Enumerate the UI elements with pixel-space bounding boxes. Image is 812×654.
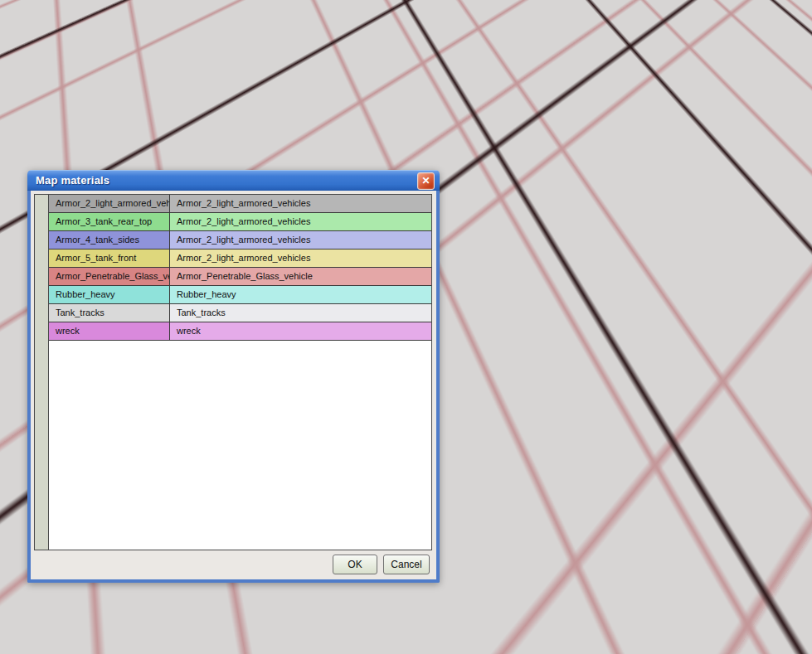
glass-panel: [633, 101, 657, 119]
mapped-material-cell[interactable]: Armor_2_light_armored_vehicles: [170, 195, 431, 212]
map-materials-dialog: Map materials ✕ Armor_2_light_armored_ve…: [27, 170, 440, 583]
close-icon[interactable]: ✕: [417, 172, 435, 190]
mapped-material-cell[interactable]: Armor_Penetrable_Glass_vehicle: [170, 268, 431, 285]
glass-panel: [511, 162, 537, 183]
row-header-gutter: [35, 195, 49, 550]
dialog-body: Armor_2_light_armored_vehi...Armor_2_lig…: [27, 191, 440, 583]
glass-panel: [552, 74, 577, 98]
mapped-material-cell[interactable]: Rubber_heavy: [170, 286, 431, 303]
table-row[interactable]: Armor_4_tank_sidesArmor_2_light_armored_…: [49, 231, 431, 249]
table-row[interactable]: Rubber_heavyRubber_heavy: [49, 286, 431, 304]
glass-panel: [599, 90, 632, 114]
material-name-cell[interactable]: wreck: [49, 322, 170, 340]
table-row[interactable]: wreckwreck: [49, 322, 431, 341]
mapped-material-cell[interactable]: Armor_2_light_armored_vehicles: [170, 249, 431, 267]
dialog-title: Map materials: [27, 174, 109, 187]
mapped-material-cell[interactable]: wreck: [170, 322, 431, 340]
mapped-material-cell[interactable]: Tank_tracks: [170, 304, 431, 322]
button-row: OK Cancel: [333, 555, 430, 574]
table-row[interactable]: Armor_3_tank_rear_topArmor_2_light_armor…: [49, 213, 431, 231]
ok-button[interactable]: OK: [333, 555, 377, 574]
cancel-button[interactable]: Cancel: [383, 555, 430, 574]
table-row[interactable]: Armor_2_light_armored_vehi...Armor_2_lig…: [49, 195, 431, 213]
table-row[interactable]: Armor_5_tank_frontArmor_2_light_armored_…: [49, 249, 431, 268]
material-name-cell[interactable]: Armor_Penetrable_Glass_vehi...: [49, 268, 170, 285]
material-name-cell[interactable]: Armor_3_tank_rear_top: [49, 213, 170, 230]
material-name-cell[interactable]: Rubber_heavy: [49, 286, 170, 303]
table-row[interactable]: Armor_Penetrable_Glass_vehi...Armor_Pene…: [49, 268, 431, 286]
mapped-material-cell[interactable]: Armor_2_light_armored_vehicles: [170, 231, 431, 249]
material-name-cell[interactable]: Armor_5_tank_front: [49, 249, 170, 267]
material-name-cell[interactable]: Armor_4_tank_sides: [49, 231, 170, 249]
materials-table: Armor_2_light_armored_vehi...Armor_2_lig…: [34, 194, 432, 550]
table-row[interactable]: Tank_tracksTank_tracks: [49, 304, 431, 322]
material-name-cell[interactable]: Armor_2_light_armored_vehi...: [49, 195, 170, 212]
dialog-titlebar[interactable]: Map materials ✕: [27, 170, 440, 191]
mapped-material-cell[interactable]: Armor_2_light_armored_vehicles: [170, 213, 431, 230]
material-name-cell[interactable]: Tank_tracks: [49, 304, 170, 322]
